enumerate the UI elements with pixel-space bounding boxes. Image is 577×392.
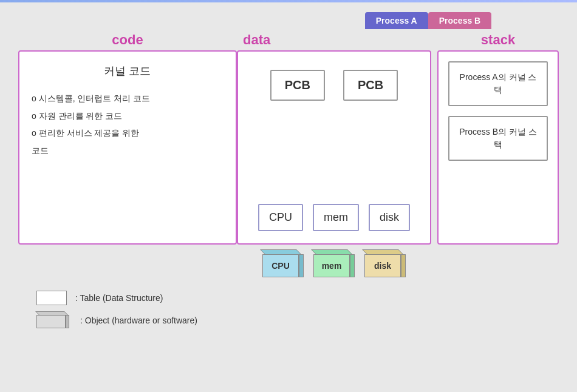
code-item-3: 코드	[32, 143, 224, 159]
resource-disk: disk	[369, 204, 410, 231]
stack-item-a: Process A의 커널 스택	[448, 61, 548, 106]
disk-3d-side	[401, 254, 406, 277]
code-items: o 시스템콜, 인터럽트 처리 코드 o 자원 관리를 위한 코드 o 편리한 …	[32, 90, 224, 158]
cpu-3d-side	[299, 254, 304, 277]
stack-label: stack	[481, 32, 515, 48]
code-label: code	[112, 32, 143, 48]
legend: : Table (Data Structure) : Object (hardw…	[36, 291, 559, 329]
code-item-2: o 편리한 서비스 제공을 위한	[32, 125, 224, 141]
stack-item-b: Process B의 커널 스택	[448, 116, 548, 161]
resource-row: CPU mem disk	[258, 180, 410, 231]
process-labels: Process A Process B	[67, 12, 559, 29]
code-item-1: o 자원 관리를 위한 코드	[32, 108, 224, 124]
code-section: code 커널 코드 o 시스템콜, 인터럽트 처리 코드 o 자원 관리를 위…	[18, 32, 237, 245]
code-title: 커널 코드	[32, 64, 224, 78]
legend-object-label: : Object (hardware or software)	[80, 316, 197, 325]
code-box: 커널 코드 o 시스템콜, 인터럽트 처리 코드 o 자원 관리를 위한 코드 …	[18, 50, 237, 245]
legend-3d-front	[36, 315, 66, 328]
legend-object-item: : Object (hardware or software)	[36, 311, 559, 329]
code-item-0: o 시스템콜, 인터럽트 처리 코드	[32, 90, 224, 107]
process-b-label: Process B	[428, 12, 491, 29]
legend-table-label: : Table (Data Structure)	[75, 293, 163, 303]
cpu-3d-box: CPU	[262, 249, 304, 276]
mem-3d-box: mem	[313, 249, 355, 276]
disk-3d-box: disk	[364, 249, 406, 276]
legend-table-item: : Table (Data Structure)	[36, 291, 559, 305]
resource-cpu: CPU	[258, 204, 303, 231]
main-container: Process A Process B code 커널 코드 o 시스템콜, 인…	[0, 0, 577, 342]
pcb-box-b: PCB	[343, 70, 398, 101]
legend-3d-side	[66, 315, 69, 328]
process-a-label: Process A	[365, 12, 428, 29]
resource-3d-row: CPU mem disk	[262, 249, 406, 276]
columns-row: code 커널 코드 o 시스템콜, 인터럽트 처리 코드 o 자원 관리를 위…	[18, 32, 559, 276]
data-box: PCB PCB CPU mem disk	[237, 50, 431, 245]
disk-3d-front: disk	[364, 254, 401, 277]
mem-3d-side	[350, 254, 355, 277]
data-label: data	[243, 32, 270, 48]
mem-3d-front: mem	[313, 254, 350, 277]
legend-table-icon	[36, 291, 67, 305]
legend-object-icon	[36, 311, 72, 329]
pcb-row: PCB PCB	[270, 70, 398, 101]
data-section: data PCB PCB CPU mem disk CPU	[237, 32, 431, 276]
resource-mem: mem	[313, 204, 359, 231]
stack-box: Process A의 커널 스택 Process B의 커널 스택	[437, 50, 559, 245]
cpu-3d-front: CPU	[262, 254, 299, 277]
stack-section: stack Process A의 커널 스택 Process B의 커널 스택	[437, 32, 559, 245]
top-accent	[0, 0, 577, 2]
pcb-box-a: PCB	[270, 70, 325, 101]
